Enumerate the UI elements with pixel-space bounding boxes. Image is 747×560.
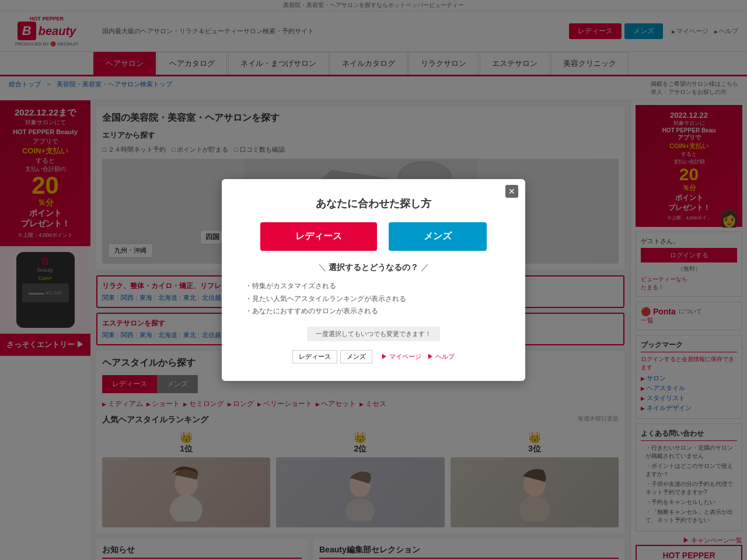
modal-benefit-3: ・あなたにおすすめのサロンが表示される xyxy=(245,305,502,318)
modal-footer-links: ▶ マイページ ▶ ヘルプ xyxy=(381,352,455,361)
modal-box: ✕ あなたに合わせた探し方 レディース メンズ ＼ 選択するとどうなるの？ ／ … xyxy=(222,179,525,381)
modal-help-link[interactable]: ▶ ヘルプ xyxy=(427,352,455,361)
modal-footer: レディース メンズ ▶ マイページ ▶ ヘルプ xyxy=(245,350,502,363)
modal-select-info: ＼ 選択するとどうなるの？ ／ xyxy=(245,262,502,273)
modal-overlay[interactable]: ✕ あなたに合わせた探し方 レディース メンズ ＼ 選択するとどうなるの？ ／ … xyxy=(0,0,747,560)
modal-mypage-link[interactable]: ▶ マイページ xyxy=(381,352,421,361)
modal-ladies-button[interactable]: レディース xyxy=(260,222,377,251)
modal-close-button[interactable]: ✕ xyxy=(505,185,518,198)
modal-title: あなたに合わせた探し方 xyxy=(245,197,502,211)
modal-benefits: ・特集がカスタマイズされる ・見たい人気ヘアスタイルランキングが表示される ・あ… xyxy=(245,280,502,318)
modal-benefit-1: ・特集がカスタマイズされる xyxy=(245,280,502,293)
modal-footer-gender: レディース メンズ xyxy=(292,350,372,363)
modal-gender-buttons: レディース メンズ xyxy=(245,222,502,251)
modal-benefit-2: ・見たい人気ヘアスタイルランキングが表示される xyxy=(245,293,502,306)
modal-mens-button[interactable]: メンズ xyxy=(389,222,487,251)
modal-footer-ladies-btn[interactable]: レディース xyxy=(292,350,337,363)
modal-note: 一度選択してもいつでも変更できます！ xyxy=(307,327,440,341)
modal-footer-mens-btn[interactable]: メンズ xyxy=(340,350,372,363)
